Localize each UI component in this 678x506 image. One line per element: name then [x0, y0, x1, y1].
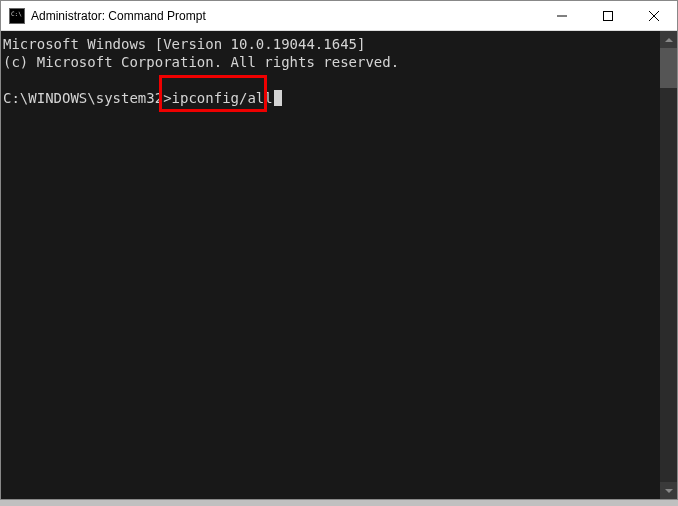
svg-marker-5 [665, 489, 673, 493]
terminal-container: Microsoft Windows [Version 10.0.19044.16… [1, 31, 677, 499]
maximize-button[interactable] [585, 1, 631, 30]
output-line: (c) Microsoft Corporation. All rights re… [3, 54, 399, 70]
command-text: ipconfig/all [172, 90, 273, 106]
scroll-down-arrow[interactable] [660, 482, 677, 499]
svg-rect-1 [604, 11, 613, 20]
text-cursor [274, 90, 282, 106]
minimize-button[interactable] [539, 1, 585, 30]
window-title: Administrator: Command Prompt [31, 9, 539, 23]
output-line: Microsoft Windows [Version 10.0.19044.16… [3, 36, 365, 52]
scroll-thumb[interactable] [660, 48, 677, 88]
scroll-up-arrow[interactable] [660, 31, 677, 48]
terminal-output[interactable]: Microsoft Windows [Version 10.0.19044.16… [1, 31, 660, 499]
vertical-scrollbar[interactable] [660, 31, 677, 499]
cmd-icon [9, 8, 25, 24]
prompt-text: C:\WINDOWS\system32> [3, 90, 172, 106]
window-controls [539, 1, 677, 30]
titlebar[interactable]: Administrator: Command Prompt [1, 1, 677, 31]
svg-marker-4 [665, 38, 673, 42]
scroll-track[interactable] [660, 88, 677, 482]
command-prompt-window: Administrator: Command Prompt Microsoft … [0, 0, 678, 500]
close-button[interactable] [631, 1, 677, 30]
